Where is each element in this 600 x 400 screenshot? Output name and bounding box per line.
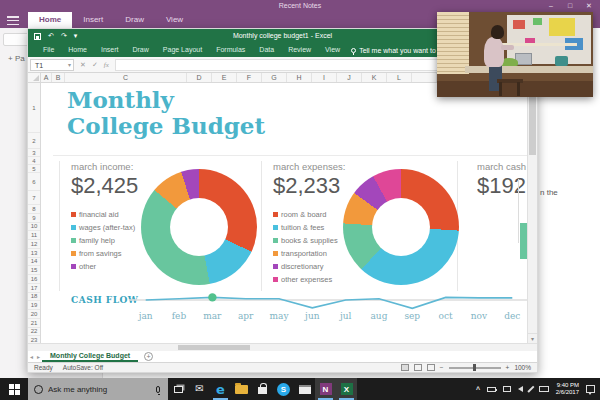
worksheet-grid[interactable]: Monthly College Budget march income: $2,… (41, 83, 527, 343)
onenote-tab-draw[interactable]: Draw (114, 12, 155, 28)
column-header-C[interactable]: C (65, 73, 187, 82)
row-header-1[interactable]: 1 (28, 83, 40, 133)
sheet-nav-right-icon[interactable]: ▸ (37, 353, 40, 360)
column-header-I[interactable]: I (312, 73, 337, 82)
ribbon-tab-file[interactable]: File (36, 43, 61, 57)
column-header-K[interactable]: K (362, 73, 387, 82)
zoom-slider-thumb[interactable] (473, 364, 476, 371)
taskbar-app-edge[interactable]: e (210, 378, 231, 400)
ribbon-tab-data[interactable]: Data (252, 43, 281, 57)
column-header-A[interactable]: A (41, 73, 52, 82)
row-header-18[interactable]: 18 (28, 293, 40, 302)
zoom-out-icon[interactable]: − (440, 364, 444, 371)
column-header-G[interactable]: G (262, 73, 287, 82)
minimize-icon[interactable]: – (546, 0, 556, 12)
cashflow-bar-chart[interactable] (520, 223, 527, 259)
row-header-8[interactable]: 8 (28, 205, 40, 214)
row-header-10[interactable]: 10 (28, 223, 40, 232)
normal-view-icon[interactable] (401, 364, 409, 371)
vertical-scrollbar-thumb[interactable] (529, 91, 536, 155)
column-header-J[interactable]: J (337, 73, 362, 82)
column-header[interactable] (412, 73, 437, 82)
zoom-in-icon[interactable]: + (506, 364, 510, 371)
column-header-E[interactable]: E (212, 73, 237, 82)
column-header-D[interactable]: D (187, 73, 212, 82)
zoom-level[interactable]: 100% (514, 364, 531, 371)
row-header-19[interactable]: 19 (28, 301, 40, 310)
row-header-14[interactable]: 14 (28, 258, 40, 267)
insert-function-icon[interactable]: fx (104, 61, 109, 69)
column-header-L[interactable]: L (387, 73, 412, 82)
row-header-20[interactable]: 20 (28, 310, 40, 319)
cortana-search-box[interactable]: Ask me anything (28, 378, 168, 400)
taskbar-app-excel[interactable]: X (336, 378, 357, 400)
speaker-icon[interactable] (518, 386, 523, 392)
onenote-tab-view[interactable]: View (155, 12, 194, 28)
row-header-2[interactable]: 2 (28, 133, 40, 149)
row-header-16[interactable]: 16 (28, 275, 40, 284)
ribbon-tab-insert[interactable]: Insert (94, 43, 126, 57)
tell-me-box[interactable]: Tell me what you want to do (351, 47, 445, 54)
taskbar-app-task-view[interactable] (168, 378, 189, 400)
sheet-tab[interactable]: Monthly College Budget (42, 351, 138, 362)
row-header-15[interactable]: 15 (28, 266, 40, 275)
hamburger-icon[interactable] (7, 16, 19, 25)
ribbon-tab-draw[interactable]: Draw (125, 43, 155, 57)
row-header-9[interactable]: 9 (28, 214, 40, 223)
network-icon[interactable] (503, 386, 511, 392)
taskbar-app-skype[interactable]: S (273, 378, 294, 400)
enter-icon[interactable]: ✓ (92, 61, 98, 69)
microphone-icon[interactable] (156, 386, 160, 393)
ribbon-tab-home[interactable]: Home (61, 43, 94, 57)
close-icon[interactable]: ✕ (584, 0, 594, 12)
taskbar-app-mail[interactable]: ✉ (189, 378, 210, 400)
page-break-view-icon[interactable] (427, 364, 435, 371)
name-box[interactable]: T1 ▾ (30, 59, 74, 71)
battery-icon[interactable] (487, 387, 496, 392)
zoom-slider[interactable] (449, 367, 501, 369)
name-box-caret-icon[interactable]: ▾ (68, 60, 71, 71)
row-header-22[interactable]: 22 (28, 328, 40, 337)
sheet-nav-left-icon[interactable]: ◂ (30, 353, 33, 360)
ribbon-tab-formulas[interactable]: Formulas (209, 43, 252, 57)
row-header-12[interactable]: 12 (28, 240, 40, 249)
onenote-tab-home[interactable]: Home (28, 12, 72, 28)
pen-icon[interactable] (528, 386, 535, 393)
taskbar-app-store[interactable] (252, 378, 273, 400)
ribbon-tab-view[interactable]: View (318, 43, 347, 57)
row-header-21[interactable]: 21 (28, 319, 40, 328)
maximize-icon[interactable]: □ (565, 0, 575, 12)
new-sheet-icon[interactable]: + (144, 352, 153, 361)
row-header-3[interactable]: 3 (28, 149, 40, 157)
vertical-scrollbar[interactable]: ▾ (527, 83, 537, 343)
column-header-H[interactable]: H (287, 73, 312, 82)
page-layout-view-icon[interactable] (414, 364, 422, 371)
onenote-tab-insert[interactable]: Insert (72, 12, 114, 28)
row-header-13[interactable]: 13 (28, 249, 40, 258)
touch-keyboard-icon[interactable] (539, 386, 549, 392)
cancel-icon[interactable]: ✕ (80, 61, 86, 69)
taskbar-app-onenote[interactable]: N (315, 378, 336, 400)
select-all-corner[interactable] (28, 73, 41, 82)
taskbar-app-file-explorer[interactable] (231, 378, 252, 400)
cashflow-sparkline[interactable] (129, 285, 527, 313)
expenses-donut-chart[interactable] (343, 169, 459, 285)
row-header-11[interactable]: 11 (28, 231, 40, 240)
column-header-B[interactable]: B (52, 73, 65, 82)
row-header-7[interactable]: 7 (28, 191, 40, 205)
row-header-5[interactable]: 5 (28, 165, 40, 173)
income-donut-chart[interactable] (141, 169, 257, 285)
ribbon-tab-page-layout[interactable]: Page Layout (156, 43, 209, 57)
scroll-down-icon[interactable]: ▾ (528, 333, 537, 343)
row-header-4[interactable]: 4 (28, 157, 40, 165)
column-header-F[interactable]: F (237, 73, 262, 82)
ribbon-tab-review[interactable]: Review (281, 43, 318, 57)
show-hidden-icons-chevron[interactable]: ^ (476, 386, 480, 393)
video-overlay-window[interactable] (437, 12, 593, 97)
row-header-6[interactable]: 6 (28, 173, 40, 191)
row-header-17[interactable]: 17 (28, 284, 40, 293)
horizontal-scrollbar-thumb[interactable] (178, 345, 250, 350)
taskbar-clock[interactable]: 9:40 PM 2/6/2017 (556, 382, 579, 396)
row-header-23[interactable]: 23 (28, 336, 40, 343)
horizontal-scrollbar[interactable] (28, 343, 537, 351)
